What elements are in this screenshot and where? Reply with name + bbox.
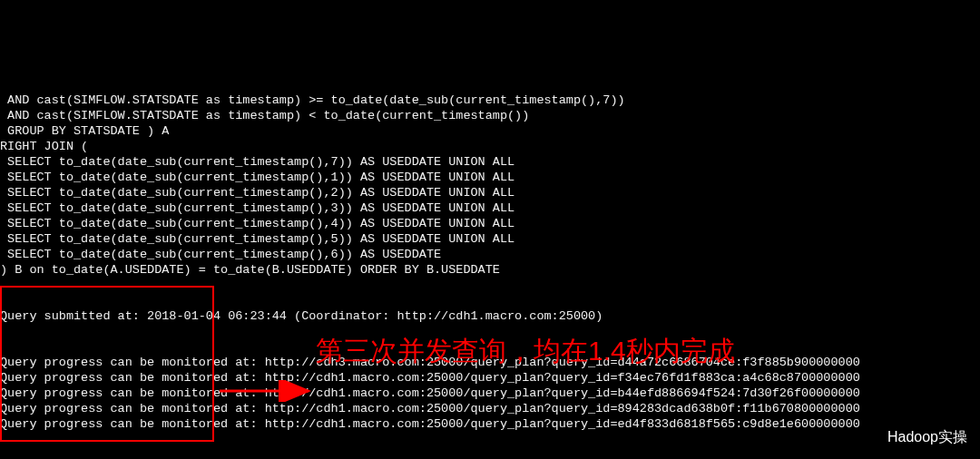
- sql-line: AND cast(SIMFLOW.STATSDATE as timestamp)…: [0, 108, 980, 123]
- sql-line: RIGHT JOIN (: [0, 139, 980, 154]
- sql-line: SELECT to_date(date_sub(current_timestam…: [0, 216, 980, 231]
- sql-line: ) B on to_date(A.USEDDATE) = to_date(B.U…: [0, 262, 980, 278]
- sql-line: SELECT to_date(date_sub(current_timestam…: [0, 200, 980, 216]
- sql-line: SELECT to_date(date_sub(current_timestam…: [0, 170, 980, 185]
- sql-line: SELECT to_date(date_sub(current_timestam…: [0, 231, 980, 247]
- query-progress-line: Query progress can be monitored at: http…: [0, 370, 980, 386]
- sql-line: AND cast(SIMFLOW.STATSDATE as timestamp)…: [0, 93, 980, 108]
- terminal-output[interactable]: AND cast(SIMFLOW.STATSDATE as timestamp)…: [0, 62, 980, 459]
- sql-line: SELECT to_date(date_sub(current_timestam…: [0, 185, 980, 200]
- query-progress-line: Query progress can be monitored at: http…: [0, 401, 980, 416]
- query-progress-line: Query progress can be monitored at: http…: [0, 416, 980, 432]
- sql-line: GROUP BY STATSDATE ) A: [0, 123, 980, 139]
- query-progress-line: Query progress can be monitored at: http…: [0, 355, 980, 370]
- query-progress-line: Query progress can be monitored at: http…: [0, 386, 980, 401]
- sql-line: SELECT to_date(date_sub(current_timestam…: [0, 247, 980, 262]
- query-submitted-line: Query submitted at: 2018-01-04 06:23:44 …: [0, 308, 980, 324]
- sql-line: SELECT to_date(date_sub(current_timestam…: [0, 154, 980, 170]
